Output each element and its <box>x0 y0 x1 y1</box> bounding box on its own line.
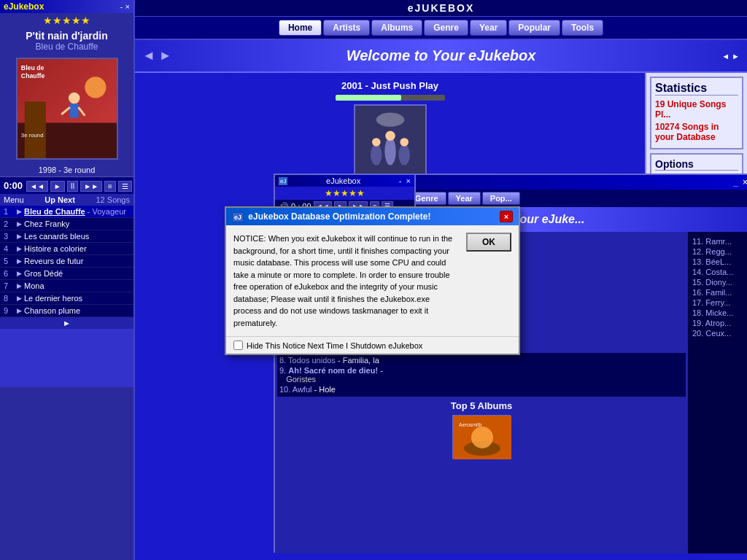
dialog-ok-button[interactable]: OK <box>466 233 511 252</box>
optimization-dialog: eJ eJukebox Database Optimization Comple… <box>225 206 520 355</box>
dialog-ej-icon: eJ <box>232 212 244 222</box>
dialog-message: NOTICE: When you exit eJukebox it will c… <box>233 233 459 329</box>
dialog-body: NOTICE: When you exit eJukebox it will c… <box>226 225 519 336</box>
dialog-title-text: eJukebox Database Optimization Complete! <box>248 211 430 222</box>
hide-notice-label: Hide This Notice Next Time I Shutdown eJ… <box>247 341 422 350</box>
dialog-footer: Hide This Notice Next Time I Shutdown eJ… <box>226 336 519 354</box>
dialog-title-bar: eJ eJukebox Database Optimization Comple… <box>226 208 519 225</box>
dialog-overlay: eJ eJukebox Database Optimization Comple… <box>0 0 747 560</box>
dialog-close-button[interactable]: × <box>500 211 513 222</box>
hide-notice-checkbox[interactable] <box>233 341 243 350</box>
dialog-ok-section: OK <box>466 233 511 329</box>
main-window: eJukebox - × ★★★★★ P'tit nain d'jardin B… <box>0 0 747 560</box>
